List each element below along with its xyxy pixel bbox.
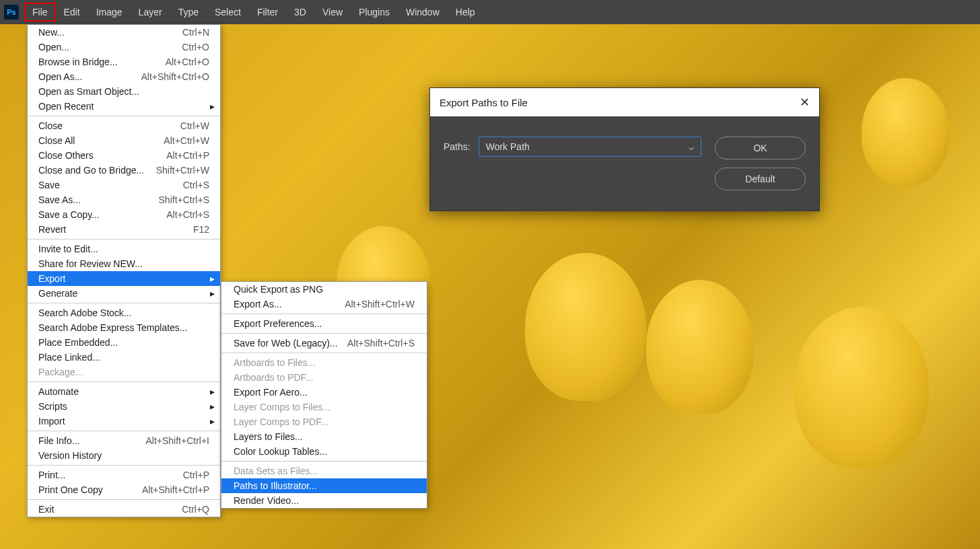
file-menu-export[interactable]: Export▸ <box>28 271 220 286</box>
file-menu-new[interactable]: New...Ctrl+N <box>28 25 220 40</box>
export-menu-layers-to-files[interactable]: Layers to Files... <box>221 429 427 444</box>
menu-item-shortcut: F12 <box>193 224 209 235</box>
menu-view[interactable]: View <box>314 3 351 22</box>
menu-separator <box>221 314 427 314</box>
menu-item-shortcut: Shift+Ctrl+W <box>156 165 209 176</box>
file-menu-open-as-smart-object[interactable]: Open as Smart Object... <box>28 84 220 99</box>
export-menu-render-video[interactable]: Render Video... <box>221 493 427 508</box>
menu-item-label: Print One Copy <box>38 484 103 495</box>
file-menu-close-others[interactable]: Close OthersAlt+Ctrl+P <box>28 148 220 163</box>
ok-button[interactable]: OK <box>715 137 806 159</box>
menu-edit[interactable]: Edit <box>56 3 88 22</box>
menu-file[interactable]: File <box>24 3 56 22</box>
menu-item-label: Open as Smart Object... <box>38 86 139 97</box>
file-menu-search-adobe-express-templates[interactable]: Search Adobe Express Templates... <box>28 320 220 335</box>
file-menu-close-and-go-to-bridge[interactable]: Close and Go to Bridge...Shift+Ctrl+W <box>28 163 220 178</box>
file-menu-close[interactable]: CloseCtrl+W <box>28 118 220 133</box>
file-menu-share-for-review-new[interactable]: Share for Review NEW... <box>28 256 220 271</box>
file-menu-place-embedded[interactable]: Place Embedded... <box>28 335 220 350</box>
file-menu-save-as[interactable]: Save As...Shift+Ctrl+S <box>28 192 220 207</box>
menu-item-shortcut: Alt+Shift+Ctrl+W <box>345 299 415 309</box>
export-menu-artboards-to-files: Artboards to Files... <box>221 355 427 370</box>
menu-item-label: Print... <box>38 470 65 480</box>
menu-item-shortcut: Alt+Shift+Ctrl+I <box>145 435 209 446</box>
menu-item-label: Browse in Bridge... <box>38 57 118 67</box>
close-icon[interactable]: ✕ <box>800 95 810 110</box>
menu-image[interactable]: Image <box>88 3 131 22</box>
file-menu-version-history[interactable]: Version History <box>28 448 220 463</box>
file-menu-revert[interactable]: RevertF12 <box>28 222 220 237</box>
menu-item-label: Layer Comps to PDF... <box>234 416 328 427</box>
file-menu-scripts[interactable]: Scripts▸ <box>28 399 220 414</box>
menu-item-label: Paths to Illustrator... <box>234 480 317 491</box>
menu-item-label: Place Embedded... <box>38 337 118 348</box>
menu-item-label: Close and Go to Bridge... <box>38 165 144 176</box>
menu-item-shortcut: Alt+Ctrl+P <box>166 150 209 161</box>
file-menu-package: Package... <box>28 365 220 379</box>
menu-separator <box>221 461 427 462</box>
menu-item-label: Quick Export as PNG <box>234 284 323 295</box>
menu-item-label: Share for Review NEW... <box>38 258 143 269</box>
export-menu-export-for-aero[interactable]: Export For Aero... <box>221 385 427 400</box>
menu-item-label: Open... <box>38 42 69 52</box>
menubar: Ps File Edit Image Layer Type Select Fil… <box>0 0 980 24</box>
menu-item-label: Color Lookup Tables... <box>234 446 327 457</box>
menu-plugins[interactable]: Plugins <box>351 3 398 22</box>
file-menu-print-one-copy[interactable]: Print One CopyAlt+Shift+Ctrl+P <box>28 482 220 497</box>
menu-select[interactable]: Select <box>207 3 249 22</box>
export-menu-export-as[interactable]: Export As...Alt+Shift+Ctrl+W <box>221 297 427 312</box>
export-menu-artboards-to-pdf: Artboards to PDF... <box>221 370 427 385</box>
file-menu-open-as[interactable]: Open As...Alt+Shift+Ctrl+O <box>28 69 220 84</box>
menu-item-label: Place Linked... <box>38 352 100 363</box>
file-menu-generate[interactable]: Generate▸ <box>28 286 220 301</box>
menu-separator <box>28 431 220 431</box>
file-menu-print[interactable]: Print...Ctrl+P <box>28 468 220 482</box>
submenu-arrow-icon: ▸ <box>210 288 215 299</box>
file-menu-file-info[interactable]: File Info...Alt+Shift+Ctrl+I <box>28 433 220 448</box>
export-menu-color-lookup-tables[interactable]: Color Lookup Tables... <box>221 444 427 459</box>
menu-filter[interactable]: Filter <box>249 3 286 22</box>
menu-item-label: Export <box>38 273 65 284</box>
export-menu-layer-comps-to-files: Layer Comps to Files... <box>221 400 427 414</box>
menu-item-shortcut: Shift+Ctrl+S <box>159 194 209 205</box>
file-menu-search-adobe-stock[interactable]: Search Adobe Stock... <box>28 305 220 320</box>
default-button[interactable]: Default <box>715 168 806 190</box>
chevron-down-icon: ⌵ <box>689 141 694 152</box>
export-menu-quick-export-as-png[interactable]: Quick Export as PNG <box>221 282 427 297</box>
export-menu-data-sets-as-files: Data Sets as Files... <box>221 464 427 478</box>
menu-separator <box>28 381 220 382</box>
paths-label: Paths: <box>444 141 470 152</box>
menu-help[interactable]: Help <box>448 3 483 22</box>
menu-item-label: Open Recent <box>38 101 94 112</box>
file-menu-open-recent[interactable]: Open Recent▸ <box>28 99 220 114</box>
menu-item-shortcut: Ctrl+P <box>183 470 209 480</box>
app-logo: Ps <box>4 5 19 20</box>
menu-item-label: File Info... <box>38 435 79 446</box>
menu-item-label: Import <box>38 416 65 427</box>
file-menu-import[interactable]: Import▸ <box>28 414 220 429</box>
menu-item-shortcut: Alt+Shift+Ctrl+S <box>347 338 415 349</box>
menu-item-shortcut: Alt+Ctrl+W <box>164 135 209 146</box>
menu-item-shortcut: Alt+Shift+Ctrl+O <box>141 71 209 82</box>
menu-window[interactable]: Window <box>398 3 448 22</box>
export-menu-save-for-web-legacy[interactable]: Save for Web (Legacy)...Alt+Shift+Ctrl+S <box>221 336 427 351</box>
file-menu-exit[interactable]: ExitCtrl+Q <box>28 502 220 517</box>
menu-item-label: Export For Aero... <box>234 387 308 398</box>
file-menu-automate[interactable]: Automate▸ <box>28 384 220 399</box>
file-menu-place-linked[interactable]: Place Linked... <box>28 350 220 365</box>
menu-type[interactable]: Type <box>170 3 207 22</box>
file-menu-save[interactable]: SaveCtrl+S <box>28 178 220 192</box>
paths-select[interactable]: Work Path ⌵ <box>479 137 701 157</box>
file-menu-browse-in-bridge[interactable]: Browse in Bridge...Alt+Ctrl+O <box>28 54 220 69</box>
menu-item-label: Close All <box>38 135 75 146</box>
menu-layer[interactable]: Layer <box>131 3 170 22</box>
file-menu-open[interactable]: Open...Ctrl+O <box>28 40 220 54</box>
export-menu-export-preferences[interactable]: Export Preferences... <box>221 316 427 331</box>
menu-separator <box>28 499 220 500</box>
export-menu-paths-to-illustrator[interactable]: Paths to Illustrator... <box>221 478 427 493</box>
file-menu-save-a-copy[interactable]: Save a Copy...Alt+Ctrl+S <box>28 207 220 222</box>
file-menu-invite-to-edit[interactable]: Invite to Edit... <box>28 242 220 256</box>
file-menu-close-all[interactable]: Close AllAlt+Ctrl+W <box>28 133 220 148</box>
menu-3d[interactable]: 3D <box>286 3 314 22</box>
submenu-arrow-icon: ▸ <box>210 386 215 397</box>
